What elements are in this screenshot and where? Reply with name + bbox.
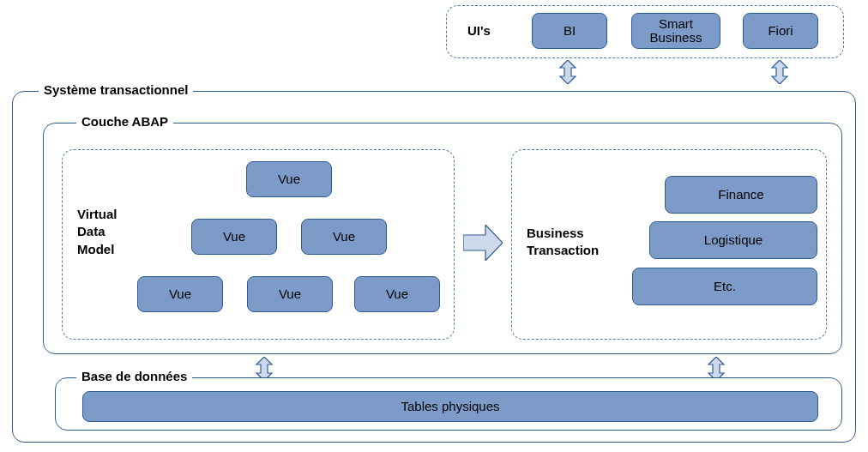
ui-item-label: Smart Business	[650, 17, 702, 45]
bt-stack-item-finance: Finance	[665, 176, 817, 214]
abap-title: Couche ABAP	[76, 114, 173, 129]
bidirectional-arrow-icon	[769, 60, 791, 84]
vue-label: Vue	[223, 230, 245, 244]
tables-physiques-block: Tables physiques	[82, 391, 818, 422]
vue-node: Vue	[137, 276, 223, 312]
bt-stack-item-etc: Etc.	[632, 268, 817, 305]
vue-node: Vue	[354, 276, 440, 312]
transactional-title: Système transactionnel	[39, 82, 193, 97]
ui-item-smart-business: Smart Business	[631, 13, 720, 49]
db-title: Base de données	[76, 369, 192, 383]
vue-label: Vue	[386, 287, 408, 302]
vue-label: Vue	[333, 230, 355, 244]
tables-label: Tables physiques	[401, 400, 499, 414]
ui-item-label: Fiori	[768, 24, 793, 39]
ui-item-fiori: Fiori	[743, 13, 818, 49]
bt-stack-label: Etc.	[714, 280, 736, 294]
bt-stack-label: Logistique	[704, 233, 763, 248]
vue-label: Vue	[278, 172, 300, 187]
uis-title: UI's	[467, 22, 491, 39]
vue-label: Vue	[169, 287, 191, 302]
bt-stack-label: Finance	[718, 188, 763, 202]
ui-item-bi: BI	[532, 13, 607, 49]
bt-stack-item-logistique: Logistique	[649, 221, 817, 259]
bidirectional-arrow-icon	[557, 60, 579, 84]
vue-label: Vue	[279, 287, 301, 302]
right-arrow-icon	[463, 225, 503, 261]
vue-node: Vue	[247, 276, 333, 312]
vue-node: Vue	[246, 161, 332, 197]
ui-item-label: BI	[564, 24, 576, 39]
bt-title: Business Transaction	[527, 225, 599, 260]
vue-node: Vue	[191, 219, 277, 255]
vdm-title: Virtual Data Model	[77, 206, 117, 258]
vue-node: Vue	[301, 219, 387, 255]
